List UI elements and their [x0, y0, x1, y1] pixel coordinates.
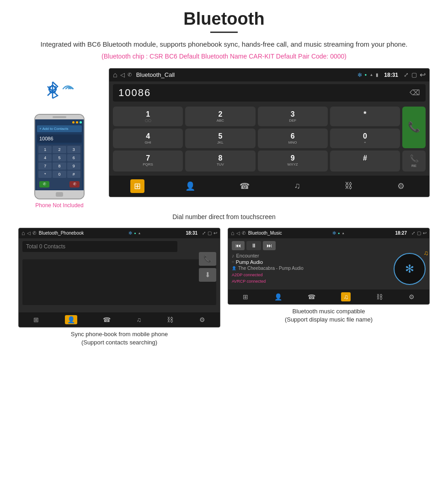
bt-album-icon: ✻ — [405, 263, 414, 275]
bottom-bt-call-btn[interactable]: ☎ — [236, 179, 253, 193]
bottom-settings-btn[interactable]: ⚙ — [394, 179, 408, 193]
key-5[interactable]: 5JKL — [185, 129, 255, 148]
track-3-name: The Cheebacabra - Pump Audio — [238, 266, 304, 271]
backspace-icon[interactable]: ⌫ — [410, 88, 420, 97]
key-1[interactable]: 1◌◌ — [113, 107, 183, 126]
phone-key-hash[interactable]: # — [67, 171, 80, 178]
bottom-link-btn[interactable]: ⛓ — [341, 179, 357, 193]
phonebook-body: Total 0 Contacts 📞 ⬇ — [19, 238, 220, 311]
dial-caption: Dial number direct from touchscreen — [18, 213, 430, 220]
wifi-signal-arcs — [59, 80, 78, 98]
car-screen-phonebook: ⌂ ◁ ✆ Bluetooth_Phonebook ✻ ● ▲ 18:31 ⤢ … — [18, 228, 220, 327]
key-9[interactable]: 9WXYZ — [258, 150, 328, 172]
svg-line-1 — [48, 86, 53, 91]
key-0[interactable]: 0+ — [330, 129, 400, 148]
dialpad-grid: 1◌◌ 2ABC 3DEF * 📞 4GHI 5JKL 6MNO 0+ 7PQR… — [109, 104, 429, 174]
phonebook-call-btn[interactable]: 📞 — [199, 252, 216, 266]
key-8[interactable]: 8TUV — [185, 150, 255, 172]
pb-bottom-bt-call[interactable]: ☎ — [103, 316, 111, 323]
specs-line: (Bluetooth chip : CSR BC6 Default Blueto… — [18, 53, 430, 60]
phone-key-8[interactable]: 8 — [53, 162, 66, 170]
key-6[interactable]: 6MNO — [258, 129, 328, 148]
music-expand-icon[interactable]: ⤢ — [411, 231, 415, 236]
phone-key-6[interactable]: 6 — [67, 154, 80, 161]
key-4[interactable]: 4GHI — [113, 129, 183, 148]
key-star[interactable]: * — [330, 107, 400, 126]
music-caption: Bluetooth music compatible (Support disp… — [228, 307, 430, 324]
phone-key-9[interactable]: 9 — [67, 162, 80, 170]
pb-bottom-keypad[interactable]: ⊞ — [33, 316, 39, 323]
circle-icon: ○ — [232, 260, 234, 264]
back-icon[interactable]: ◁ — [120, 71, 125, 78]
status-time: 18:31 — [384, 72, 398, 78]
pb-back-icon[interactable]: ◁ — [27, 231, 31, 236]
prev-btn[interactable]: ⏮ — [232, 241, 245, 250]
phone-end-button[interactable]: ✆ — [69, 181, 80, 188]
phone-key-1[interactable]: 1 — [38, 146, 52, 153]
window-icon[interactable]: ▢ — [411, 71, 417, 78]
music-bottom-keypad[interactable]: ⊞ — [243, 293, 248, 300]
pb-screen-title: Bluetooth_Phonebook — [39, 231, 84, 236]
music-bottom-music[interactable]: ♫ — [341, 292, 351, 301]
music-return-icon[interactable]: ↩ — [423, 231, 427, 236]
phonebook-download-btn[interactable]: ⬇ — [199, 268, 216, 282]
pb-bottom-settings[interactable]: ⚙ — [199, 316, 205, 323]
key-2[interactable]: 2ABC — [185, 107, 255, 126]
car-status-bar: ⌂ ◁ ✆ Bluetooth_Call ✻ ● ▲ ▮ 18:31 ⤢ ▢ ↩ — [109, 69, 429, 81]
home-icon[interactable]: ⌂ — [113, 71, 117, 79]
phone-home-button[interactable] — [56, 192, 63, 197]
music-home-icon[interactable]: ⌂ — [231, 230, 235, 236]
music-back-icon[interactable]: ◁ — [236, 231, 240, 236]
pb-return-icon[interactable]: ↩ — [213, 231, 217, 236]
music-bottom-link[interactable]: ⛓ — [376, 293, 383, 300]
phone-key-5[interactable]: 5 — [53, 154, 66, 161]
title-divider — [210, 32, 238, 33]
note-icon: ♪ — [232, 253, 235, 258]
bottom-music-btn[interactable]: ♫ — [290, 179, 304, 193]
pb-bottom-contacts[interactable]: 👤 — [65, 315, 77, 324]
phone-key-star[interactable]: * — [38, 171, 52, 178]
music-bottom-bar: ⊞ 👤 ☎ ♫ ⛓ ⚙ — [228, 290, 429, 304]
key-3[interactable]: 3DEF — [258, 107, 328, 126]
music-bottom-bt-call[interactable]: ☎ — [308, 293, 315, 300]
music-body: ⏮ ⏸ ⏭ ♪ Encounter ○ Pump Audio — [228, 238, 429, 288]
play-pause-btn[interactable]: ⏸ — [246, 241, 261, 250]
call-green-button[interactable]: 📞 — [402, 107, 426, 148]
next-btn[interactable]: ⏭ — [263, 241, 276, 250]
phone-key-4[interactable]: 4 — [38, 154, 52, 161]
pb-bottom-link[interactable]: ⛓ — [167, 316, 173, 323]
contacts-search-bar[interactable]: Total 0 Contacts — [22, 241, 177, 252]
pb-status-bar: ⌂ ◁ ✆ Bluetooth_Phonebook ✻ ● ▲ 18:31 ⤢ … — [19, 228, 220, 238]
phone-key-2[interactable]: 2 — [53, 146, 66, 153]
pb-window-icon[interactable]: ▢ — [208, 231, 212, 236]
pb-home-icon[interactable]: ⌂ — [21, 230, 25, 236]
return-icon[interactable]: ↩ — [420, 70, 426, 79]
pb-bottom-music[interactable]: ♫ — [136, 316, 141, 323]
avrcp-connected: AVRCP connected — [232, 279, 390, 284]
pb-expand-icon[interactable]: ⤢ — [202, 231, 206, 236]
music-bottom-contacts[interactable]: 👤 — [274, 293, 282, 300]
redial-button[interactable]: 📞 RE — [402, 150, 426, 172]
phone-add-contact-label: + Add to Contacts — [37, 125, 82, 132]
music-bottom-settings[interactable]: ⚙ — [409, 293, 415, 300]
pb-dot1: ● — [134, 231, 136, 235]
pb-dot2: ▲ — [138, 231, 141, 235]
music-window-icon[interactable]: ▢ — [417, 231, 421, 236]
key-7[interactable]: 7PQRS — [113, 150, 183, 172]
bottom-keypad-btn[interactable]: ⊞ — [130, 179, 144, 193]
expand-icon[interactable]: ⤢ — [404, 71, 409, 78]
key-hash[interactable]: # — [330, 150, 400, 172]
music-status-bar: ⌂ ◁ ✆ Bluetooth_Music ✻ ● ▲ 18:27 ⤢ ▢ ↩ — [228, 228, 429, 238]
phone-status-dot-1 — [72, 121, 75, 123]
phone-top-bar — [35, 115, 84, 119]
bluetooth-icon: ⭘ — [46, 81, 60, 98]
phone-key-7[interactable]: 7 — [38, 162, 52, 170]
music-playback-controls: ⏮ ⏸ ⏭ — [232, 241, 426, 250]
pb-time: 18:31 — [186, 231, 197, 236]
phone-call-button[interactable]: ✆ — [39, 181, 49, 188]
bottom-contacts-btn[interactable]: 👤 — [181, 179, 199, 193]
phone-key-0[interactable]: 0 — [53, 171, 66, 178]
music-phone-icon: ✆ — [242, 231, 245, 236]
phone-bottom-bar — [35, 190, 84, 199]
phone-key-3[interactable]: 3 — [67, 146, 80, 153]
